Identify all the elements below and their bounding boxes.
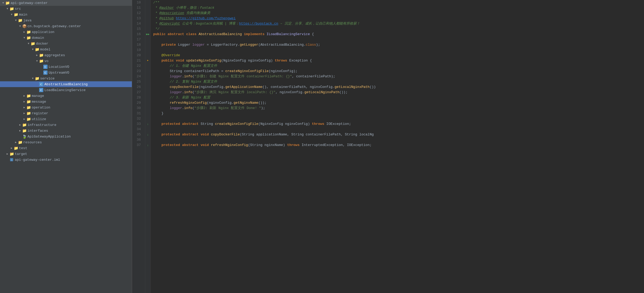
src-label: src — [14, 7, 132, 11]
ln-27: 27 — [132, 90, 143, 95]
folder-application-icon: 📁 — [26, 30, 31, 34]
tree-aggregates[interactable]: ▶ 📁 aggregates — [0, 52, 132, 58]
gutter-20 — [145, 53, 150, 58]
gutter-18 — [145, 42, 150, 48]
abstractloadbalancing-label: AbstractLoadBalancing — [44, 82, 132, 86]
folder-infrastructure-icon: 📁 — [22, 123, 27, 127]
tree-loadbalancingservice[interactable]: C LoadBalancingService — [0, 87, 132, 93]
ln-19: 19 — [132, 48, 143, 53]
gutter-11 — [145, 5, 150, 11]
gutter-27 — [145, 90, 150, 95]
tree-test[interactable]: ▶ 📁 test — [0, 145, 132, 151]
code-content: /** * @author 小傅哥，微信：fustack * @descript… — [151, 0, 644, 293]
arrow-icon-21[interactable]: ➤ — [147, 58, 149, 63]
ln-13: 13 — [132, 16, 143, 21]
tree-arrow-message: ▶ — [22, 100, 26, 103]
tree-manage[interactable]: ▶ 📁 manage — [0, 93, 132, 99]
tree-locationvo[interactable]: C LocationVO — [0, 64, 132, 70]
java-label: java — [23, 18, 132, 22]
gutter-13 — [145, 16, 150, 21]
run-icon-16[interactable]: ▶ — [146, 32, 148, 37]
tree-arrow-manage: ▶ — [22, 94, 26, 97]
tree-upstreamvo[interactable]: C UpstreamVO — [0, 70, 132, 75]
class-locationvo-icon: C — [43, 65, 48, 69]
code-line-25: // 2. 复制 Nginx 配置文件 — [153, 79, 644, 84]
aggregates-label: aggregates — [44, 53, 132, 57]
tree-root[interactable]: ▼ 📁 api-gateway-center — [0, 0, 132, 6]
tree-main[interactable]: ▼ 📁 main — [0, 12, 132, 17]
tree-docker[interactable]: ▼ 📁 docker — [0, 41, 132, 46]
ln-12: 12 — [132, 11, 143, 16]
code-line-27: logger.info("步骤2: 拷贝 Nginx 配置文件 localPat… — [153, 90, 644, 95]
tree-interfaces[interactable]: ▶ 📁 interfaces — [0, 128, 132, 134]
tree-iml[interactable]: i api-gateway-center.iml — [0, 157, 132, 163]
tree-infrastructure[interactable]: ▶ 📁 infrastructure — [0, 122, 132, 128]
application-label: application — [31, 30, 132, 34]
package-icon: 📦 — [22, 24, 27, 29]
ln-32: 32 — [132, 116, 143, 121]
tree-utilize[interactable]: ▶ 📁 utilize — [0, 116, 132, 122]
tree-java[interactable]: ▼ 📁 java — [0, 17, 132, 23]
code-line-10: /** — [153, 0, 644, 5]
gutter-26 — [145, 84, 150, 90]
loadbalancingservice-label: LoadBalancingService — [44, 88, 132, 92]
tree-arrow-vo: ▼ — [35, 60, 39, 63]
tree-message[interactable]: ▶ 📁 message — [0, 99, 132, 105]
tree-arrow-register: ▶ — [22, 112, 26, 115]
tree-operation[interactable]: ▶ 📁 operation — [0, 105, 132, 110]
folder-domain-icon: 📁 — [26, 36, 31, 40]
svg-text:i: i — [11, 159, 12, 161]
gutter-32 — [145, 116, 150, 121]
tree-apigatewayapp[interactable]: 🍃 ApiGatewayApplication — [0, 134, 132, 139]
tree-domain[interactable]: ▼ 📁 domain — [0, 35, 132, 41]
tree-model[interactable]: ▼ 📁 model — [0, 46, 132, 52]
gutter-29 — [145, 100, 150, 106]
run-icon2-16[interactable]: ▶ — [148, 32, 150, 37]
operation-label: operation — [31, 106, 132, 110]
ln-31: 31 — [132, 111, 143, 116]
down-icon-35[interactable]: ↓ — [147, 132, 149, 137]
class-lbservice-icon: C — [39, 88, 44, 92]
resources-label: resources — [23, 140, 132, 144]
tree-abstractloadbalancing[interactable]: C AbstractLoadBalancing — [0, 81, 132, 87]
folder-main-icon: 📁 — [14, 12, 18, 17]
ln-10: 10 — [132, 0, 143, 5]
code-line-21: public void updateNginxConfig(NginxConfi… — [153, 58, 644, 63]
tree-resources[interactable]: ▶ 📁 resources — [0, 139, 132, 145]
code-line-18: private Logger logger = LoggerFactory.ge… — [153, 42, 644, 48]
ln-26: 26 — [132, 84, 143, 90]
tree-arrow-service: ▼ — [31, 77, 35, 80]
gutter-16: ▶ ▶ — [145, 32, 150, 37]
tree-application[interactable]: ▶ 📁 application — [0, 29, 132, 35]
tree-arrow-src: ▼ — [5, 7, 10, 10]
code-line-36 — [153, 137, 644, 143]
gutter-10 — [145, 0, 150, 5]
register-label: register — [31, 111, 132, 115]
ln-22: 22 — [132, 63, 143, 69]
vo-label: vo — [44, 59, 132, 63]
ln-16: 16 — [132, 32, 143, 37]
tree-vo[interactable]: ▼ 📁 vo — [0, 58, 132, 64]
code-line-31: } — [153, 111, 644, 116]
ln-21: 21 — [132, 58, 143, 63]
code-line-37: protected abstract void refreshNginxConf… — [153, 143, 644, 148]
gutter-36 — [145, 137, 150, 143]
code-line-12: * @description 负载均衡抽象类 — [153, 11, 644, 16]
tree-target[interactable]: ▶ 📁 target — [0, 151, 132, 157]
code-line-33: protected abstract String createNginxCon… — [153, 121, 644, 127]
ln-33: 33 — [132, 121, 143, 127]
down-icon-33[interactable]: ↓ — [147, 121, 149, 127]
gutter-35: ↓ — [145, 132, 150, 137]
tree-arrow-resources: ▶ — [14, 141, 18, 144]
tree-src[interactable]: ▼ 📁 src — [0, 6, 132, 12]
folder-docker-icon: 📁 — [31, 41, 35, 46]
tree-arrow-interfaces: ▶ — [18, 129, 22, 132]
folder-target-icon: 📁 — [10, 152, 14, 156]
tree-package[interactable]: ▼ 📦 cn.bugstack.gateway.center — [0, 23, 132, 29]
tree-register[interactable]: ▶ 📁 register — [0, 110, 132, 116]
class-abstract-icon: C — [39, 82, 44, 86]
tree-arrow-package: ▼ — [18, 25, 22, 28]
down-icon-37[interactable]: ↓ — [147, 143, 149, 148]
tree-service[interactable]: ▼ 📁 service — [0, 75, 132, 81]
upstreamvo-label: UpstreamVO — [48, 71, 132, 75]
